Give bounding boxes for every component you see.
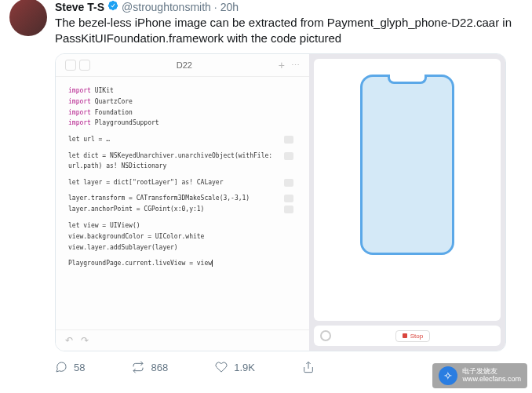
preview-panel: Stop (309, 54, 505, 351)
verified-badge-icon (107, 0, 118, 13)
timestamp[interactable]: 20h (220, 1, 239, 13)
like-count: 1.9K (234, 362, 255, 373)
heart-icon (215, 361, 228, 373)
undo-icon[interactable]: ↶ (65, 335, 73, 346)
retweet-icon (132, 361, 144, 373)
watermark-logo-icon: ✧ (439, 366, 457, 385)
record-icon[interactable] (320, 330, 331, 341)
retweet-button[interactable]: 868 (132, 361, 168, 373)
result-badge (284, 195, 293, 202)
phone-outline-shape (360, 75, 454, 255)
redo-icon[interactable]: ↷ (81, 335, 89, 346)
avatar[interactable] (9, 0, 47, 36)
display-name[interactable]: Steve T-S (55, 1, 104, 13)
editor-footer: ↶ ↷ (56, 329, 309, 351)
sidebar-toggle-icon[interactable] (65, 60, 76, 71)
phone-notch-shape (388, 75, 427, 84)
result-badge (284, 152, 293, 160)
stop-icon (403, 333, 407, 338)
share-icon (302, 361, 315, 373)
tweet-text: The bezel-less iPhone image can be extra… (55, 15, 523, 45)
watermark-url: www.elecfans.com (462, 376, 521, 384)
separator: · (214, 1, 217, 13)
list-view-icon[interactable] (79, 60, 90, 71)
menu-icon[interactable]: ⋯ (291, 60, 300, 71)
preview-canvas (314, 59, 501, 321)
code-body: import UIKit import QuartzCore import Fo… (56, 77, 309, 329)
share-button[interactable] (302, 361, 315, 373)
reply-button[interactable]: 58 (55, 361, 85, 373)
like-button[interactable]: 1.9K (215, 361, 255, 373)
reply-count: 58 (74, 362, 85, 373)
editor-title: D22 (90, 60, 279, 70)
preview-controls: Stop (314, 326, 501, 346)
result-badge (284, 179, 293, 187)
text-cursor (212, 260, 213, 267)
add-icon[interactable]: + (279, 59, 285, 71)
stop-button[interactable]: Stop (395, 330, 430, 342)
result-badge (284, 136, 293, 144)
result-badge (284, 206, 293, 213)
tweet-header: Steve T-S @stroughtonsmith · 20h The bez… (9, 0, 523, 45)
reply-icon (55, 361, 67, 373)
code-editor-panel: D22 + ⋯ import UIKit import QuartzCore i… (56, 54, 309, 351)
editor-toolbar: D22 + ⋯ (56, 54, 309, 77)
media-attachment[interactable]: D22 + ⋯ import UIKit import QuartzCore i… (55, 53, 506, 351)
watermark: ✧ 电子发烧友 www.elecfans.com (432, 363, 527, 388)
retweet-count: 868 (151, 362, 168, 373)
handle[interactable]: @stroughtonsmith (122, 1, 211, 13)
